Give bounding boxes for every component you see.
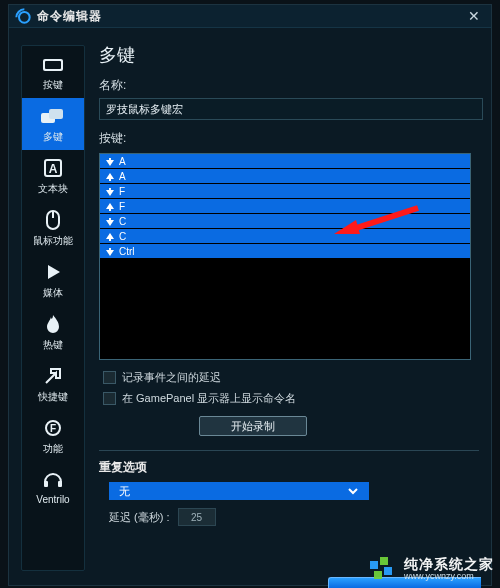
svg-rect-13 bbox=[58, 481, 62, 487]
sidebar-item-mouse[interactable]: 鼠标功能 bbox=[22, 202, 84, 254]
gear-icon: F bbox=[41, 417, 65, 439]
svg-rect-15 bbox=[109, 158, 111, 161]
select-value: 无 bbox=[119, 484, 130, 499]
logitech-logo-icon bbox=[15, 8, 31, 24]
sidebar-item-keys[interactable]: 按键 bbox=[22, 46, 84, 98]
checkbox-label: 在 GamePanel 显示器上显示命令名 bbox=[122, 391, 296, 406]
chevron-down-icon bbox=[347, 485, 359, 497]
options-group: 记录事件之间的延迟 在 GamePanel 显示器上显示命令名 bbox=[99, 370, 479, 406]
sidebar-item-functions[interactable]: F 功能 bbox=[22, 410, 84, 462]
svg-rect-2 bbox=[45, 61, 61, 69]
macro-name-input[interactable] bbox=[99, 98, 483, 120]
arrow-down-icon bbox=[106, 157, 114, 165]
arrow-up-icon bbox=[106, 202, 114, 210]
key-row[interactable]: A bbox=[100, 154, 470, 169]
recorded-keys-panel[interactable]: AAFFCCCtrl bbox=[99, 153, 471, 360]
svg-rect-25 bbox=[109, 238, 111, 241]
key-name: F bbox=[119, 186, 125, 197]
arrow-up-icon bbox=[106, 172, 114, 180]
textblock-icon: A bbox=[41, 157, 65, 179]
key-name: C bbox=[119, 231, 126, 242]
checkbox-icon bbox=[103, 371, 116, 384]
gamepanel-checkbox[interactable]: 在 GamePanel 显示器上显示命令名 bbox=[103, 391, 479, 406]
svg-point-0 bbox=[19, 12, 30, 23]
svg-line-28 bbox=[350, 208, 418, 230]
sidebar-item-label: 热键 bbox=[43, 338, 63, 352]
arrow-down-icon bbox=[106, 187, 114, 195]
key-name: A bbox=[119, 156, 126, 167]
repeat-section: 重复选项 无 延迟 (毫秒) : bbox=[99, 459, 479, 526]
close-button[interactable]: ✕ bbox=[463, 8, 485, 24]
sidebar-item-shortcut[interactable]: 快捷键 bbox=[22, 358, 84, 410]
divider bbox=[99, 450, 479, 451]
key-row[interactable]: F bbox=[100, 184, 470, 199]
headset-icon bbox=[41, 469, 65, 491]
key-name: C bbox=[119, 216, 126, 227]
watermark-name: 纯净系统之家 bbox=[404, 557, 494, 572]
svg-rect-21 bbox=[109, 208, 111, 211]
sidebar-item-label: 快捷键 bbox=[38, 390, 68, 404]
annotation-arrow-icon bbox=[330, 200, 420, 240]
flame-icon bbox=[41, 313, 65, 335]
svg-rect-33 bbox=[384, 567, 392, 575]
delay-input[interactable] bbox=[178, 508, 216, 526]
svg-rect-23 bbox=[109, 218, 111, 221]
mouse-icon bbox=[41, 209, 65, 231]
start-record-button[interactable]: 开始录制 bbox=[199, 416, 307, 436]
svg-marker-9 bbox=[48, 265, 60, 279]
svg-rect-32 bbox=[374, 571, 382, 579]
key-row[interactable]: Ctrl bbox=[100, 244, 470, 259]
sidebar-item-label: 媒体 bbox=[43, 286, 63, 300]
repeat-select[interactable]: 无 bbox=[109, 482, 369, 500]
arrow-up-icon bbox=[106, 232, 114, 240]
svg-rect-31 bbox=[380, 557, 388, 565]
sidebar-item-label: 按键 bbox=[43, 78, 63, 92]
arrow-down-icon bbox=[106, 217, 114, 225]
sidebar-item-media[interactable]: 媒体 bbox=[22, 254, 84, 306]
sidebar: 按键 多键 A 文本块 鼠标功能 媒体 热键 bbox=[21, 45, 85, 571]
editor-window: 命令编辑器 ✕ 按键 多键 A 文本块 鼠标功能 媒体 bbox=[8, 4, 492, 586]
record-delay-checkbox[interactable]: 记录事件之间的延迟 bbox=[103, 370, 479, 385]
watermark-url: www.ycwnzy.com bbox=[404, 572, 494, 582]
sidebar-item-label: 鼠标功能 bbox=[33, 234, 73, 248]
sidebar-item-multikey[interactable]: 多键 bbox=[22, 98, 84, 150]
name-label: 名称: bbox=[99, 77, 479, 94]
sidebar-item-ventrilo[interactable]: Ventrilo bbox=[22, 462, 84, 511]
key-name: Ctrl bbox=[119, 246, 135, 257]
multikey-icon bbox=[41, 105, 65, 127]
key-icon bbox=[41, 53, 65, 75]
sidebar-item-hotkey[interactable]: 热键 bbox=[22, 306, 84, 358]
svg-marker-29 bbox=[334, 220, 360, 234]
svg-rect-27 bbox=[109, 248, 111, 251]
shortcut-icon bbox=[41, 365, 65, 387]
keys-label: 按键: bbox=[99, 130, 479, 147]
arrow-down-icon bbox=[106, 247, 114, 255]
main-panel: 多键 名称: 按键: AAFFCCCtrl 记录事件之间的延迟 在 GamePa… bbox=[99, 35, 479, 577]
checkbox-label: 记录事件之间的延迟 bbox=[122, 370, 221, 385]
watermark-logo-icon bbox=[370, 557, 398, 581]
svg-rect-19 bbox=[109, 188, 111, 191]
svg-rect-17 bbox=[109, 178, 111, 181]
key-row[interactable]: A bbox=[100, 169, 470, 184]
repeat-heading: 重复选项 bbox=[99, 459, 479, 476]
key-name: F bbox=[119, 201, 125, 212]
page-title: 多键 bbox=[99, 43, 479, 67]
watermark: 纯净系统之家 www.ycwnzy.com bbox=[370, 557, 494, 582]
play-icon bbox=[41, 261, 65, 283]
svg-rect-4 bbox=[49, 109, 63, 119]
svg-rect-30 bbox=[370, 561, 378, 569]
sidebar-item-label: 功能 bbox=[43, 442, 63, 456]
checkbox-icon bbox=[103, 392, 116, 405]
window-body: 按键 多键 A 文本块 鼠标功能 媒体 热键 bbox=[9, 27, 491, 585]
svg-text:F: F bbox=[50, 423, 56, 434]
svg-text:A: A bbox=[49, 162, 58, 176]
key-name: A bbox=[119, 171, 126, 182]
sidebar-item-textblock[interactable]: A 文本块 bbox=[22, 150, 84, 202]
sidebar-item-label: 文本块 bbox=[38, 182, 68, 196]
sidebar-item-label: Ventrilo bbox=[36, 494, 69, 505]
svg-rect-12 bbox=[44, 481, 48, 487]
delay-row: 延迟 (毫秒) : bbox=[99, 508, 479, 526]
button-label: 开始录制 bbox=[231, 419, 275, 434]
title-bar: 命令编辑器 ✕ bbox=[9, 5, 491, 28]
delay-label: 延迟 (毫秒) : bbox=[109, 510, 170, 525]
